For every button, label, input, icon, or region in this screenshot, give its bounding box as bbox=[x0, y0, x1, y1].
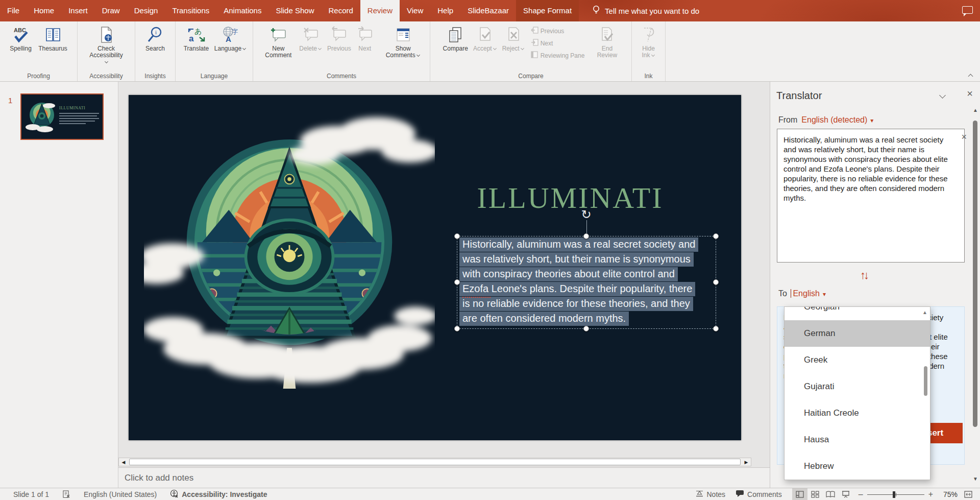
language-button[interactable]: 字A Language bbox=[213, 24, 249, 53]
language-option[interactable]: Greek bbox=[785, 347, 930, 373]
button-label: Next bbox=[358, 45, 371, 52]
new-comment-button[interactable]: New Comment bbox=[261, 24, 296, 60]
spellcheck-status-icon[interactable] bbox=[62, 490, 70, 498]
tab-shape-format[interactable]: Shape Format bbox=[516, 0, 579, 21]
resize-handle-s[interactable] bbox=[583, 326, 589, 331]
end-review-button[interactable]: End Review bbox=[594, 24, 620, 60]
search-button[interactable]: i Search bbox=[141, 24, 169, 53]
notes-toggle[interactable]: Notes bbox=[696, 490, 725, 498]
slide-title[interactable]: ILLUMINATI bbox=[455, 181, 685, 215]
reject-button[interactable]: Reject bbox=[501, 24, 526, 53]
delete-comment-button[interactable]: Delete bbox=[298, 24, 324, 53]
button-label: New Comment bbox=[262, 45, 294, 59]
language-option[interactable]: Hebrew bbox=[785, 453, 930, 480]
reading-view-button[interactable] bbox=[823, 488, 838, 500]
normal-view-button[interactable] bbox=[792, 488, 807, 500]
hide-ink-button[interactable]: Hide Ink bbox=[638, 24, 660, 60]
thesaurus-button[interactable]: Thesaurus bbox=[35, 24, 71, 53]
scroll-left-icon[interactable]: ◀ bbox=[119, 458, 128, 466]
zoom-slider-thumb[interactable] bbox=[893, 491, 895, 498]
spelling-button[interactable]: ABC Spelling bbox=[7, 24, 35, 53]
dropdown-scrollbar-thumb[interactable] bbox=[924, 366, 927, 396]
zoom-slider[interactable] bbox=[867, 491, 924, 498]
tab-record[interactable]: Record bbox=[321, 0, 360, 21]
translate-button[interactable]: あa Translate bbox=[180, 24, 213, 53]
resize-handle-n[interactable] bbox=[583, 233, 589, 239]
tab-view[interactable]: View bbox=[400, 0, 430, 21]
tab-draw[interactable]: Draw bbox=[95, 0, 127, 21]
show-comments-button[interactable]: Show Comments bbox=[384, 24, 422, 60]
from-language-selector[interactable]: English (detected) bbox=[801, 115, 867, 124]
slide-canvas[interactable]: ILLUMINATI ↻ Historically, aluminum was … bbox=[129, 95, 741, 440]
resize-handle-nw[interactable] bbox=[454, 233, 460, 239]
collapse-ribbon-icon[interactable] bbox=[968, 73, 974, 78]
language-option[interactable]: Gujarati bbox=[785, 373, 930, 400]
next-change-button[interactable]: Next bbox=[530, 38, 585, 48]
compare-button[interactable]: Compare bbox=[442, 24, 470, 53]
clear-source-icon[interactable]: × bbox=[961, 132, 967, 142]
pane-chevron-down-icon[interactable] bbox=[939, 93, 946, 98]
tab-file[interactable]: File bbox=[0, 0, 27, 21]
rotate-handle-icon[interactable]: ↻ bbox=[581, 209, 592, 220]
slide-body-textbox[interactable]: ↻ Historically, aluminum was a real secr… bbox=[458, 237, 715, 327]
zoom-out-button[interactable]: – bbox=[859, 490, 863, 499]
scroll-right-icon[interactable]: ▶ bbox=[742, 458, 751, 466]
tab-slide-show[interactable]: Slide Show bbox=[268, 0, 321, 21]
fit-to-window-button[interactable] bbox=[961, 488, 976, 500]
ribbon-group-accessibility: Check Accessibility Accessibility bbox=[78, 21, 135, 81]
pane-scrollbar-thumb[interactable] bbox=[973, 121, 977, 427]
from-row: FromEnglish (detected)▾ bbox=[778, 115, 873, 125]
tab-help[interactable]: Help bbox=[430, 0, 460, 21]
notes-area[interactable]: Click to add notes bbox=[118, 467, 770, 488]
accessibility-status[interactable]: Accessibility: Investigate bbox=[170, 489, 267, 499]
tab-review[interactable]: Review bbox=[360, 0, 400, 21]
illuminati-artwork[interactable] bbox=[144, 110, 435, 390]
next-comment-button[interactable]: Next bbox=[355, 24, 375, 53]
tab-design[interactable]: Design bbox=[127, 0, 165, 21]
pane-scroll-up-icon[interactable]: ▲ bbox=[971, 107, 979, 113]
dropdown-arrow-icon[interactable]: ▾ bbox=[823, 291, 826, 298]
tell-me-box[interactable]: Tell me what you want to do bbox=[592, 0, 699, 21]
resize-handle-w[interactable] bbox=[454, 279, 460, 285]
ribbon: ABC Spelling Thesaurus Proofing Check Ac… bbox=[0, 21, 980, 82]
accept-button[interactable]: Accept bbox=[472, 24, 499, 53]
slideshow-view-button[interactable] bbox=[838, 488, 853, 500]
horizontal-scrollbar-thumb[interactable] bbox=[129, 459, 741, 465]
pane-close-icon[interactable]: × bbox=[967, 88, 973, 100]
source-text-box[interactable]: Historically, aluminum was a real secret… bbox=[777, 129, 965, 263]
pane-scrollbar[interactable]: ▲ ▼ bbox=[971, 107, 979, 482]
feedback-icon[interactable] bbox=[962, 6, 973, 14]
zoom-level[interactable]: 75% bbox=[938, 490, 958, 498]
resize-handle-e[interactable] bbox=[713, 279, 719, 285]
language-option[interactable]: Hausa bbox=[785, 426, 930, 453]
language-status[interactable]: English (United States) bbox=[84, 490, 157, 498]
tab-animations[interactable]: Animations bbox=[216, 0, 268, 21]
resize-handle-ne[interactable] bbox=[713, 233, 719, 239]
resize-handle-sw[interactable] bbox=[454, 326, 460, 331]
tab-home[interactable]: Home bbox=[27, 0, 61, 21]
pane-scroll-down-icon[interactable]: ▼ bbox=[971, 476, 979, 482]
tab-insert[interactable]: Insert bbox=[61, 0, 95, 21]
dropdown-scroll-up-icon[interactable]: ▲ bbox=[922, 309, 927, 315]
dropdown-arrow-icon[interactable]: ▾ bbox=[870, 117, 873, 124]
tab-slidebazaar[interactable]: SlideBazaar bbox=[460, 0, 516, 21]
swap-languages-icon[interactable]: ↑↓ bbox=[860, 269, 867, 282]
slide-sorter-view-button[interactable] bbox=[807, 488, 823, 500]
resize-handle-se[interactable] bbox=[713, 326, 719, 331]
previous-comment-button[interactable]: Previous bbox=[326, 24, 353, 53]
check-accessibility-button[interactable]: Check Accessibility bbox=[86, 24, 126, 66]
language-option[interactable]: German bbox=[785, 320, 930, 347]
horizontal-scrollbar[interactable]: ◀ ▶ bbox=[118, 458, 751, 466]
comments-toggle[interactable]: Comments bbox=[736, 490, 782, 499]
slide-thumbnail[interactable]: ILLUMINATI bbox=[20, 93, 104, 140]
to-language-selector[interactable]: English bbox=[793, 289, 819, 298]
button-label: Search bbox=[143, 45, 167, 52]
language-option[interactable]: Haitian Creole bbox=[785, 400, 930, 426]
notes-placeholder: Click to add notes bbox=[125, 473, 193, 483]
zoom-in-button[interactable]: + bbox=[928, 490, 933, 499]
previous-change-button[interactable]: Previous bbox=[530, 26, 585, 36]
tab-transitions[interactable]: Transitions bbox=[165, 0, 216, 21]
reviewing-pane-button[interactable]: Reviewing Pane bbox=[530, 51, 585, 60]
previous-change-icon bbox=[530, 26, 538, 36]
language-option[interactable]: Georgian bbox=[785, 306, 930, 320]
